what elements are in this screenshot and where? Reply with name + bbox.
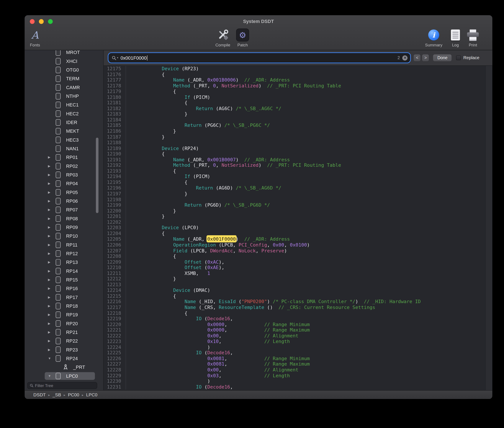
code-line[interactable]: 12228 0x00, // Alignment xyxy=(104,367,492,372)
code-line[interactable]: 12186 } xyxy=(104,128,492,134)
disclosure-collapsed-icon[interactable]: ▶ xyxy=(48,243,54,246)
code-line[interactable]: 12218 { xyxy=(104,310,492,316)
tree-item-rp15[interactable]: ▶RP15 xyxy=(25,275,103,284)
tree-item-rp16[interactable]: ▶RP16 xyxy=(25,284,103,293)
code-line[interactable]: 12207 Field (LPCB, DWordAcc, NoLock, Pre… xyxy=(104,248,492,253)
tree-item-xhci[interactable]: XHCI xyxy=(25,57,103,65)
summary-button[interactable]: Summary xyxy=(422,27,445,47)
code-line[interactable]: 12176 { xyxy=(104,71,492,77)
disclosure-collapsed-icon[interactable]: ▶ xyxy=(48,182,54,185)
code-line[interactable]: 12177 Name (_ADR, 0x001B0006) // _ADR: A… xyxy=(104,77,492,83)
tree-item-rp24[interactable]: ▼RP24 xyxy=(25,354,103,363)
code-line[interactable]: 12197 } xyxy=(104,191,492,197)
tree-item-lpc0[interactable]: ▼LPC0 xyxy=(25,371,103,380)
tree-item-rp07[interactable]: ▶RP07 xyxy=(25,205,103,214)
code-line[interactable]: 12222 0x00, // Alignment xyxy=(104,333,492,338)
disclosure-collapsed-icon[interactable]: ▶ xyxy=(48,321,54,325)
code-line[interactable]: 12225 IO (Decode16, xyxy=(104,350,492,356)
code-line[interactable]: 12198 xyxy=(104,197,492,202)
breadcrumb-item-dsdt[interactable]: DSDT xyxy=(33,392,46,397)
tree-item-rp14[interactable]: ▶RP14 xyxy=(25,266,103,275)
code-line[interactable]: 12206 OperationRegion (LPCB, PCI_Config,… xyxy=(104,242,492,248)
tree-item-rp17[interactable]: ▶RP17 xyxy=(25,293,103,301)
code-line[interactable]: 12202 xyxy=(104,219,492,225)
code-line[interactable]: 12179 { xyxy=(104,89,492,94)
tree-item-nthp[interactable]: NTHP xyxy=(25,92,103,100)
disclosure-collapsed-icon[interactable]: ▶ xyxy=(48,313,54,316)
tree-item-otg0[interactable]: OTG0 xyxy=(25,66,103,74)
tree-item-nan1[interactable]: NAN1 xyxy=(25,144,103,153)
find-previous-button[interactable]: < xyxy=(413,54,421,61)
tree-item-rp22[interactable]: ▶RP22 xyxy=(25,337,103,345)
code-line[interactable]: 12189 Device (RP24) xyxy=(104,145,492,151)
code-line[interactable]: 12185 Return (PG6C) /* \_SB_.PG6C */ xyxy=(104,123,492,128)
disclosure-collapsed-icon[interactable]: ▶ xyxy=(48,225,54,229)
code-line[interactable]: 12199 Return (PG6D) /* \_SB_.PG6D */ xyxy=(104,202,492,208)
disclosure-collapsed-icon[interactable]: ▶ xyxy=(48,269,54,272)
tree-item-rp20[interactable]: ▶RP20 xyxy=(25,319,103,328)
code-line[interactable]: 12191 Name (_ADR, 0x001B0007) // _ADR: A… xyxy=(104,157,492,162)
disclosure-collapsed-icon[interactable]: ▶ xyxy=(48,164,54,168)
print-button[interactable]: Print xyxy=(464,27,482,47)
tree-item-rp01[interactable]: ▶RP01 xyxy=(25,153,103,162)
code-line[interactable]: 12226 0x0081, // Range Minimum xyxy=(104,356,492,361)
code-line[interactable]: 12221 0x0000, // Range Maximum xyxy=(104,327,492,333)
breadcrumb-item-pc00[interactable]: PC00 xyxy=(68,392,79,397)
code-line[interactable]: 12215 { xyxy=(104,293,492,299)
disclosure-collapsed-icon[interactable]: ▶ xyxy=(48,260,54,264)
tree-item-hec1[interactable]: HEC1 xyxy=(25,100,103,109)
code-line[interactable]: 12175 Device (RP23) xyxy=(104,66,492,71)
disclosure-collapsed-icon[interactable]: ▶ xyxy=(48,278,54,281)
disclosure-collapsed-icon[interactable]: ▶ xyxy=(48,234,54,238)
replace-checkbox[interactable] xyxy=(456,55,461,60)
code-line[interactable]: 12200 } xyxy=(104,208,492,213)
done-button[interactable]: Done xyxy=(433,54,452,61)
disclosure-expanded-icon[interactable]: ▼ xyxy=(48,356,54,360)
tree-item-hec3[interactable]: HEC3 xyxy=(25,135,103,144)
tree-item-rp19[interactable]: ▶RP19 xyxy=(25,310,103,319)
breadcrumb-item-_sb[interactable]: _SB xyxy=(52,392,61,397)
code-line[interactable]: 12195 { xyxy=(104,179,492,185)
disclosure-collapsed-icon[interactable]: ▶ xyxy=(48,287,54,290)
code-line[interactable]: 12181 { xyxy=(104,100,492,105)
tree-item-rp08[interactable]: ▶RP08 xyxy=(25,214,103,223)
disclosure-collapsed-icon[interactable]: ▶ xyxy=(48,217,54,220)
patch-button[interactable]: Patch xyxy=(234,27,252,47)
code-line[interactable]: 12178 Method (_PRT, 0, NotSerialized) //… xyxy=(104,83,492,89)
code-line[interactable]: 12188 xyxy=(104,140,492,145)
tree-item-rp05[interactable]: ▶RP05 xyxy=(25,188,103,197)
code-line[interactable]: 12180 If (PICM) xyxy=(104,94,492,100)
code-line[interactable]: 12219 IO (Decode16, xyxy=(104,316,492,321)
disclosure-collapsed-icon[interactable]: ▶ xyxy=(48,339,54,343)
code-line[interactable]: 12205 Name (_ADR, 0x001F0000) // _ADR: A… xyxy=(104,236,492,242)
disclosure-collapsed-icon[interactable]: ▶ xyxy=(48,330,54,334)
disclosure-collapsed-icon[interactable]: ▶ xyxy=(48,295,54,299)
disclosure-collapsed-icon[interactable]: ▶ xyxy=(48,199,54,203)
filter-input[interactable] xyxy=(35,383,95,388)
code-line[interactable]: 12210 Offset (0xAE), xyxy=(104,264,492,270)
tree-item-rp02[interactable]: ▶RP02 xyxy=(25,162,103,170)
disclosure-collapsed-icon[interactable]: ▶ xyxy=(48,304,54,307)
clear-search-icon[interactable] xyxy=(403,55,408,60)
tree-item-rp04[interactable]: ▶RP04 xyxy=(25,179,103,188)
code-line[interactable]: 12193 { xyxy=(104,168,492,174)
code-line[interactable]: 12217 Name (_CRS, ResourceTemplate () //… xyxy=(104,305,492,310)
disclosure-collapsed-icon[interactable]: ▶ xyxy=(48,173,54,176)
code-line[interactable]: 12211 XSMB, 1 xyxy=(104,270,492,276)
code-line[interactable]: 12196 Return (AG6D) /* \_SB_.AG6D */ xyxy=(104,185,492,191)
tree-item-rp11[interactable]: ▶RP11 xyxy=(25,240,103,249)
code-line[interactable]: 12183 } xyxy=(104,111,492,117)
replace-toggle[interactable]: Replace xyxy=(456,55,479,60)
disclosure-collapsed-icon[interactable]: ▶ xyxy=(48,190,54,194)
disclosure-collapsed-icon[interactable]: ▶ xyxy=(48,252,54,255)
title-bar[interactable]: System DSDT Fonts Compile xyxy=(25,15,493,50)
code-line[interactable]: 12190 { xyxy=(104,151,492,156)
sidebar-scrollbar[interactable] xyxy=(96,138,99,213)
tree-item-rp12[interactable]: ▶RP12 xyxy=(25,249,103,258)
tree-item-rp06[interactable]: ▶RP06 xyxy=(25,197,103,205)
code-line[interactable]: 12194 If (PICM) xyxy=(104,174,492,179)
tree-item-ider[interactable]: IDER xyxy=(25,118,103,127)
code-line[interactable]: 12184 xyxy=(104,117,492,123)
code-line[interactable]: 12208 { xyxy=(104,253,492,259)
search-menu-icon[interactable] xyxy=(112,56,118,60)
